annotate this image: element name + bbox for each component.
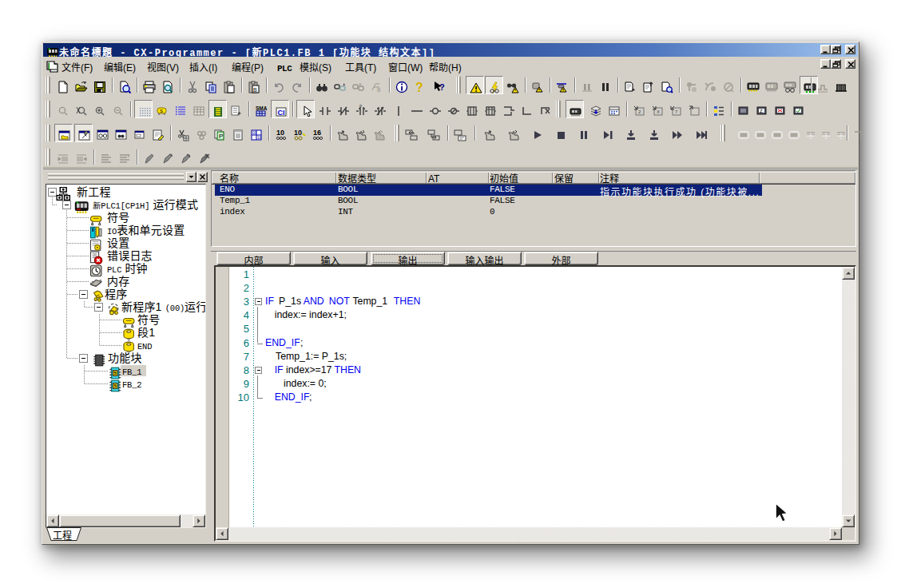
svg-text:P: P (219, 131, 223, 140)
svg-text:B: B (253, 85, 257, 93)
svg-text:00: 00 (252, 130, 257, 135)
svg-text:5: 5 (114, 369, 117, 376)
svg-text:10: 10 (294, 129, 302, 137)
svg-text:?: ? (415, 81, 423, 93)
svg-text:?: ? (439, 81, 445, 93)
svg-text:X: X (657, 108, 660, 115)
svg-text:CI: CI (278, 107, 285, 117)
svg-text:P: P (359, 105, 363, 109)
svg-text:5: 5 (114, 382, 117, 389)
svg-text:S: S (160, 107, 163, 114)
svg-text:10: 10 (257, 135, 262, 140)
svg-text:B: B (377, 85, 381, 93)
svg-text:10: 10 (276, 129, 284, 137)
svg-text:16: 16 (313, 129, 321, 137)
svg-text:Z: Z (760, 107, 763, 114)
